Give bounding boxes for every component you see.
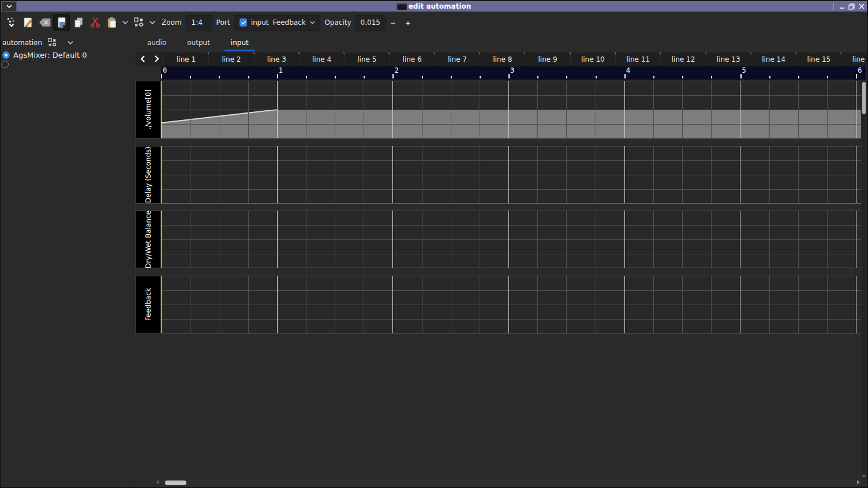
line-header-3[interactable]: line 3 bbox=[255, 52, 299, 66]
line-header-14[interactable]: line 14 bbox=[751, 52, 796, 66]
tab-input[interactable]: input bbox=[220, 35, 259, 51]
line-header-6[interactable]: line 6 bbox=[390, 52, 434, 66]
clear-backspace-icon bbox=[39, 18, 51, 27]
close-button[interactable] bbox=[857, 2, 866, 11]
ruler-tick bbox=[364, 76, 365, 78]
close-icon bbox=[859, 3, 865, 9]
vertical-scrollbar[interactable] bbox=[862, 81, 866, 479]
horizontal-scrollbar[interactable] bbox=[163, 479, 861, 486]
minimize-button[interactable] bbox=[837, 2, 846, 11]
ruler-tick bbox=[508, 74, 510, 78]
vertical-scrollbar-thumb[interactable] bbox=[862, 82, 866, 114]
ruler-unit-label: 1 bbox=[279, 66, 283, 74]
ruler-tick bbox=[798, 76, 799, 78]
paste-options-dropdown[interactable] bbox=[120, 14, 130, 31]
ruler-tick bbox=[711, 76, 712, 78]
zoom-combo[interactable]: 1:4 bbox=[186, 15, 212, 31]
lane-label-text: Feedback bbox=[144, 288, 152, 321]
ruler-unit-label: 3 bbox=[510, 66, 514, 74]
machine-label: AgsMixer: Default 0 bbox=[13, 51, 87, 59]
position-tool-button[interactable] bbox=[3, 14, 20, 31]
lane-label-text: Dry/Wet Balance bbox=[144, 211, 152, 268]
automation-grid[interactable] bbox=[161, 81, 861, 138]
paste-clipboard-icon bbox=[106, 17, 118, 28]
port-combo[interactable]: input Feedback bbox=[234, 15, 320, 31]
tab-output[interactable]: output bbox=[177, 35, 220, 51]
line-header-2[interactable]: line 2 bbox=[209, 52, 253, 66]
line-header-12[interactable]: line 12 bbox=[661, 52, 705, 66]
lane-label-text: Delay (Seconds) bbox=[144, 147, 152, 203]
ruler-tick bbox=[248, 76, 249, 78]
automation-grid[interactable] bbox=[161, 146, 861, 204]
clear-tool-button[interactable] bbox=[36, 14, 53, 31]
automation-grid[interactable] bbox=[161, 211, 861, 268]
ruler-unit-label: 4 bbox=[626, 66, 630, 74]
ruler-tick bbox=[161, 74, 162, 78]
radio-unselected[interactable] bbox=[1, 61, 9, 68]
copy-tool-button[interactable] bbox=[70, 14, 87, 31]
automation-grid[interactable] bbox=[161, 276, 861, 333]
tab-audio[interactable]: audio bbox=[137, 35, 177, 51]
edit-tool-button[interactable] bbox=[20, 14, 36, 31]
edit-pencil-icon bbox=[23, 17, 34, 28]
zoom-label: Zoom bbox=[162, 18, 182, 27]
line-header-8[interactable]: line 8 bbox=[480, 52, 525, 66]
ruler-tick bbox=[219, 76, 220, 78]
radio-selected[interactable] bbox=[2, 51, 10, 59]
ruler-unit-label: 6 bbox=[858, 66, 862, 74]
ruler-tick bbox=[566, 76, 567, 78]
automation-tools-button[interactable] bbox=[130, 14, 147, 31]
line-header-4[interactable]: line 4 bbox=[300, 52, 344, 66]
ruler-unit-label: 0 bbox=[163, 66, 167, 74]
horizontal-scroll-left-arrow-icon[interactable] bbox=[156, 480, 159, 485]
line-header-15[interactable]: line 15 bbox=[796, 52, 841, 66]
titlebar: edit automation bbox=[1, 1, 867, 12]
ruler-tick bbox=[277, 74, 278, 78]
timeline-ruler[interactable]: 0123456 bbox=[161, 66, 866, 80]
automation-lanes: ./volume[0]Delay (Seconds)Dry/Wet Balanc… bbox=[134, 33, 867, 487]
line-header-10[interactable]: line 10 bbox=[571, 52, 615, 66]
automation-tools-dropdown[interactable] bbox=[147, 14, 158, 31]
ruler-tick bbox=[682, 76, 683, 78]
line-headers: line 1line 2line 3line 4line 5line 6line… bbox=[164, 52, 867, 66]
ruler-tick bbox=[422, 76, 423, 78]
cut-tool-button[interactable] bbox=[87, 14, 103, 31]
select-tool-button[interactable] bbox=[53, 14, 70, 31]
line-header-9[interactable]: line 9 bbox=[525, 52, 570, 66]
chevron-down-icon bbox=[6, 5, 12, 8]
scroll-lines-left-button[interactable] bbox=[136, 52, 149, 66]
line-header-5[interactable]: line 5 bbox=[345, 52, 389, 66]
window-title: edit automation bbox=[409, 2, 472, 10]
lane-label: ./volume[0] bbox=[135, 81, 161, 138]
ruler-tick bbox=[740, 74, 742, 78]
ruler-tick bbox=[856, 74, 857, 78]
opacity-input[interactable]: 0.015 bbox=[356, 15, 386, 31]
ruler-tick bbox=[653, 76, 654, 78]
machine-selector-dropdown-icon[interactable] bbox=[68, 41, 73, 44]
ruler-tick bbox=[190, 76, 191, 78]
window-title-area: edit automation bbox=[397, 2, 472, 10]
horizontal-scroll-right-arrow-icon[interactable] bbox=[857, 480, 860, 485]
opacity-increment-button[interactable]: + bbox=[401, 15, 416, 31]
scroll-lines-right-button[interactable] bbox=[149, 52, 163, 66]
line-header-11[interactable]: line 11 bbox=[616, 52, 660, 66]
ruler-tick bbox=[769, 76, 770, 78]
sidebar: automation AgsMixer: Default 0 bbox=[1, 33, 133, 487]
line-header-1[interactable]: line 1 bbox=[164, 52, 208, 66]
port-checkbox[interactable] bbox=[240, 18, 246, 27]
machine-radio-row[interactable] bbox=[1, 59, 133, 69]
line-header-7[interactable]: line 7 bbox=[435, 52, 480, 66]
paste-tool-button[interactable] bbox=[103, 14, 120, 31]
window-menu-button[interactable] bbox=[1, 1, 17, 12]
horizontal-scrollbar-thumb[interactable] bbox=[165, 481, 186, 485]
ruler-unit-label: 2 bbox=[394, 66, 398, 74]
line-header-16[interactable]: line 16 bbox=[841, 52, 867, 66]
vertical-scroll-down-arrow-icon[interactable] bbox=[862, 475, 866, 478]
lane-label: Feedback bbox=[135, 276, 161, 333]
chevron-right-icon bbox=[154, 55, 159, 62]
maximize-button[interactable] bbox=[847, 2, 856, 11]
ruler-tick bbox=[451, 76, 452, 78]
opacity-decrement-button[interactable]: − bbox=[386, 15, 401, 31]
line-header-13[interactable]: line 13 bbox=[706, 52, 751, 66]
machine-radio-row[interactable]: AgsMixer: Default 0 bbox=[1, 50, 133, 59]
